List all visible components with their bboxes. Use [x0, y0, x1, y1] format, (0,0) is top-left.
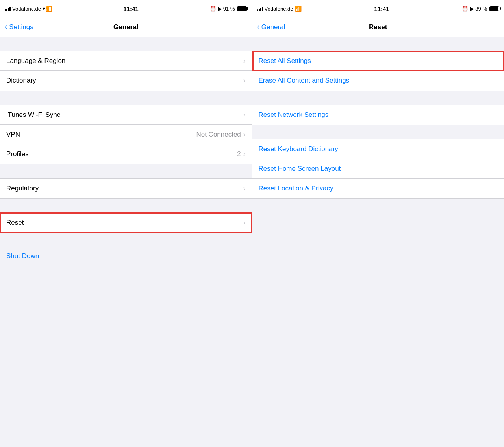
reset-location-label: Reset Location & Privacy	[259, 185, 334, 192]
vpn-label: VPN	[6, 131, 20, 139]
reset-chevron: ›	[243, 219, 246, 227]
left-section-2: iTunes Wi-Fi Sync › VPN Not Connected › …	[0, 105, 252, 164]
itunes-wifi-right: ›	[243, 111, 246, 119]
content-area: Language & Region › Dictionary › iTunes …	[0, 37, 504, 447]
regulatory-label: Regulatory	[6, 185, 39, 192]
profiles-value: 2	[237, 150, 241, 158]
right-status-left: Vodafone.de 📶	[257, 6, 302, 12]
left-status-left: Vodafone.de ▾📶	[5, 6, 52, 12]
language-region-right: ›	[243, 57, 246, 65]
right-section-1: Reset All Settings Erase All Content and…	[252, 51, 504, 91]
reset-right: ›	[243, 219, 246, 227]
right-spacer-2	[252, 91, 504, 105]
time-left: 11:41	[123, 6, 138, 12]
left-section-3: Regulatory ›	[0, 178, 252, 199]
left-status-right: ⏰ ▶ 91 %	[210, 6, 247, 12]
language-region-item[interactable]: Language & Region ›	[0, 51, 252, 71]
bluetooth-icon-left: ▶	[218, 6, 222, 12]
reset-location-item[interactable]: Reset Location & Privacy	[252, 179, 504, 198]
right-nav: ‹ General Reset	[252, 17, 504, 37]
shut-down-row[interactable]: Shut Down	[0, 247, 252, 266]
left-nav-back[interactable]: ‹ Settings	[5, 23, 33, 31]
reset-label: Reset	[6, 219, 24, 227]
dictionary-right: ›	[243, 77, 246, 85]
left-spacer-1	[0, 37, 252, 51]
back-chevron-left: ‹	[5, 22, 7, 31]
left-status-bar: Vodafone.de ▾📶 11:41 ⏰ ▶ 91 %	[0, 0, 252, 17]
bluetooth-icon-right: ▶	[470, 6, 474, 12]
erase-all-label: Erase All Content and Settings	[259, 77, 350, 85]
signal-bars-right	[257, 6, 263, 11]
dictionary-item[interactable]: Dictionary ›	[0, 71, 252, 91]
right-section-2: Reset Network Settings	[252, 105, 504, 125]
left-panel: Language & Region › Dictionary › iTunes …	[0, 37, 252, 447]
status-bar: Vodafone.de ▾📶 11:41 ⏰ ▶ 91 % Vodafone.d…	[0, 0, 504, 17]
reset-keyboard-label: Reset Keyboard Dictionary	[259, 145, 338, 153]
right-nav-title: Reset	[369, 23, 387, 31]
profiles-chevron: ›	[243, 150, 246, 158]
vpn-value: Not Connected	[196, 131, 241, 139]
right-status-bar: Vodafone.de 📶 11:41 ⏰ ▶ 89 %	[252, 0, 504, 17]
time-right: 11:41	[374, 6, 389, 12]
right-section-3: Reset Keyboard Dictionary Reset Home Scr…	[252, 139, 504, 199]
itunes-wifi-item[interactable]: iTunes Wi-Fi Sync ›	[0, 105, 252, 125]
reset-home-screen-item[interactable]: Reset Home Screen Layout	[252, 159, 504, 179]
battery-icon-right	[489, 6, 499, 11]
profiles-right: 2 ›	[237, 150, 245, 158]
vpn-chevron: ›	[243, 131, 246, 139]
regulatory-chevron: ›	[243, 185, 246, 192]
itunes-wifi-chevron: ›	[243, 111, 246, 119]
vpn-item[interactable]: VPN Not Connected ›	[0, 125, 252, 144]
erase-all-item[interactable]: Erase All Content and Settings	[252, 71, 504, 91]
carrier-left: Vodafone.de	[12, 6, 41, 12]
regulatory-item[interactable]: Regulatory ›	[0, 179, 252, 198]
reset-keyboard-item[interactable]: Reset Keyboard Dictionary	[252, 139, 504, 159]
itunes-wifi-label: iTunes Wi-Fi Sync	[6, 111, 60, 119]
wifi-icon-right: 📶	[295, 6, 302, 12]
reset-network-item[interactable]: Reset Network Settings	[252, 105, 504, 125]
regulatory-right: ›	[243, 185, 246, 192]
language-region-label: Language & Region	[6, 57, 65, 65]
language-region-chevron: ›	[243, 57, 246, 65]
battery-pct-right: 89 %	[475, 6, 487, 12]
left-back-label: Settings	[9, 23, 33, 31]
left-spacer-4	[0, 199, 252, 212]
right-back-label: General	[261, 23, 285, 31]
reset-all-settings-label: Reset All Settings	[259, 57, 311, 65]
reset-network-label: Reset Network Settings	[259, 111, 329, 119]
left-spacer-5	[0, 233, 252, 247]
dictionary-chevron: ›	[243, 77, 246, 85]
carrier-right: Vodafone.de	[265, 6, 293, 12]
left-section-4: Reset ›	[0, 212, 252, 233]
left-section-1: Language & Region › Dictionary ›	[0, 51, 252, 91]
left-spacer-2	[0, 91, 252, 105]
reset-all-settings-item[interactable]: Reset All Settings	[252, 51, 504, 71]
left-nav: ‹ Settings General	[0, 17, 252, 37]
right-panel: Reset All Settings Erase All Content and…	[252, 37, 504, 447]
battery-icon-left	[237, 6, 247, 11]
alarm-icon-left: ⏰	[210, 6, 216, 12]
right-status-right: ⏰ ▶ 89 %	[462, 6, 499, 12]
left-spacer-3	[0, 164, 252, 178]
shut-down-label: Shut Down	[6, 252, 39, 260]
reset-item[interactable]: Reset ›	[0, 213, 252, 233]
profiles-label: Profiles	[6, 150, 29, 158]
wifi-icon-left: ▾📶	[43, 6, 52, 12]
right-spacer-3	[252, 125, 504, 139]
battery-pct-left: 91 %	[223, 6, 235, 12]
reset-home-screen-label: Reset Home Screen Layout	[259, 165, 341, 173]
right-nav-back[interactable]: ‹ General	[257, 23, 285, 31]
back-chevron-right: ‹	[257, 22, 260, 31]
dictionary-label: Dictionary	[6, 77, 36, 85]
right-spacer-1	[252, 37, 504, 51]
left-nav-title: General	[113, 23, 138, 31]
signal-bars-left	[5, 6, 11, 11]
alarm-icon-right: ⏰	[462, 6, 468, 12]
profiles-item[interactable]: Profiles 2 ›	[0, 144, 252, 164]
vpn-right: Not Connected ›	[196, 131, 245, 139]
nav-bar: ‹ Settings General ‹ General Reset	[0, 17, 504, 37]
